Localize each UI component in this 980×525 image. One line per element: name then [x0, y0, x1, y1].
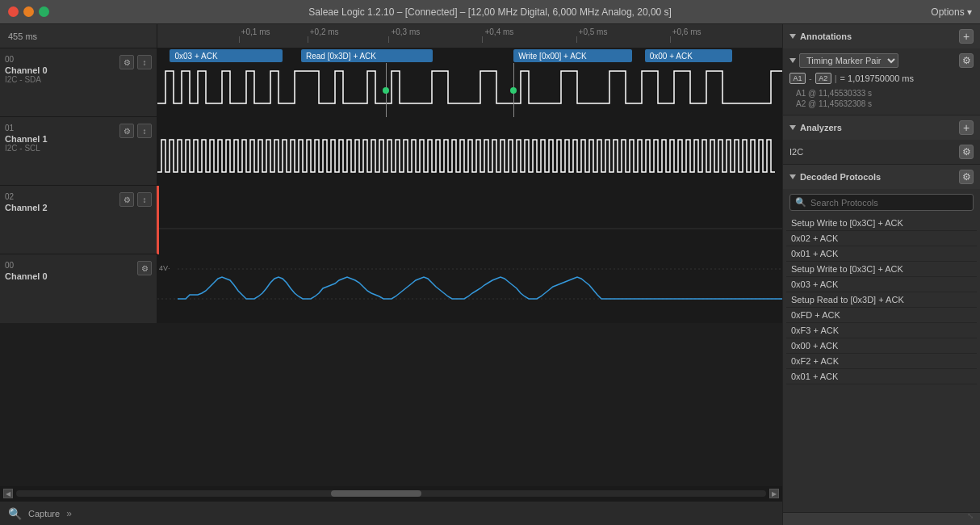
annotations-collapse-icon[interactable]: [789, 34, 796, 39]
protocol-item-4[interactable]: 0x03 + ACK: [786, 277, 977, 292]
decoded-protocols-gear[interactable]: ⚙: [959, 170, 974, 184]
protocol-item-2[interactable]: 0x01 + ACK: [786, 246, 977, 262]
annotations-content: Timing Marker Pair ⚙ A1 - A2 | = 1,01975…: [783, 48, 980, 115]
protocol-item-5[interactable]: Setup Read to [0x3D] + ACK: [786, 292, 977, 308]
annotations-header: Annotations +: [783, 24, 980, 48]
timing-pair-collapse[interactable]: [789, 58, 796, 63]
timing-sep: -: [809, 74, 812, 83]
timing-pair-select[interactable]: Timing Marker Pair: [799, 53, 898, 68]
channel-gear-0[interactable]: ⚙: [119, 55, 134, 69]
channel-name-2: Channel 2: [5, 203, 48, 212]
channel-num-0: 00: [5, 55, 48, 64]
channel-gear-1[interactable]: ⚙: [119, 124, 134, 138]
decoded-protocols-header: Decoded Protocols ⚙: [783, 165, 980, 189]
marker-a1-badge: A1: [789, 73, 806, 84]
protocol-item-1[interactable]: 0x02 + ACK: [786, 231, 977, 246]
annotations-add-button[interactable]: +: [959, 29, 974, 44]
channel-expand-1[interactable]: ↕: [137, 124, 152, 138]
capture-arrow: »: [66, 508, 72, 519]
tick-label-6: +0,6 ms: [670, 24, 701, 36]
protocol-list[interactable]: Setup Write to [0x3C] + ACK 0x02 + ACK 0…: [783, 216, 980, 512]
horizontal-scrollbar[interactable]: ◀ ▶: [0, 486, 782, 501]
proto-bar-1: [157, 117, 782, 132]
channel-expand-2[interactable]: ↕: [137, 192, 152, 207]
channel-num-1: 01: [5, 124, 48, 132]
annotations-title: Annotations: [800, 32, 852, 41]
protocol-item-6[interactable]: 0xFD + ACK: [786, 308, 977, 323]
channel-name-1: Channel 1: [5, 134, 48, 144]
channel-info-2: 02 Channel 2: [5, 192, 48, 212]
titlebar: Saleae Logic 1.2.10 – [Connected] – [12,…: [0, 0, 980, 24]
decoded-protocols-collapse-icon[interactable]: [789, 174, 796, 179]
channel-waveform-1[interactable]: [157, 117, 782, 186]
waveform-sda: [157, 63, 782, 117]
timing-pair-row: Timing Marker Pair ⚙: [789, 53, 974, 68]
analyzer-row-i2c: I2C ⚙: [783, 140, 980, 164]
tick-5: +0,5 ms: [576, 24, 608, 43]
channel-expand-0[interactable]: ↕: [137, 55, 152, 69]
red-cursor: [157, 200, 159, 254]
protocol-item-0[interactable]: Setup Write to [0x3C] + ACK: [786, 216, 977, 231]
close-button[interactable]: [8, 6, 19, 17]
channel-waveform-0[interactable]: 0x03 + ACK Read [0x3D] + ACK Write [0x00…: [157, 48, 782, 117]
channels-area[interactable]: 00 Channel 0 I2C - SDA ⚙ ↕ 0x03 + ACK Re…: [0, 48, 782, 486]
tick-6: +0,6 ms: [670, 24, 701, 43]
tick-label-2: +0,2 ms: [308, 24, 339, 36]
channel-icons-1: ⚙ ↕: [119, 124, 152, 138]
channel-name-3: Channel 0: [5, 271, 48, 281]
tick-label-5: +0,5 ms: [576, 24, 608, 36]
ruler-ticks: +0,1 ms +0,2 ms +0,3 ms +0,4 ms +0,5 ms …: [157, 24, 782, 48]
channel-icons-2: ⚙ ↕: [119, 192, 152, 207]
protocol-item-3[interactable]: Setup Write to [0x3C] + ACK: [786, 262, 977, 277]
window-title: Saleae Logic 1.2.10 – [Connected] – [12,…: [49, 6, 931, 18]
scrollbar-thumb[interactable]: [331, 490, 421, 497]
time-current: 455 ms: [0, 24, 157, 48]
proto-label-0-0[interactable]: 0x03 + ACK: [170, 49, 282, 62]
timing-a2-detail: A2 @ 11,45632308 s: [789, 99, 974, 108]
capture-icon: 🔍: [8, 507, 22, 520]
proto-bar-2: [157, 186, 782, 200]
waveform-ch2: [157, 200, 782, 254]
protocol-item-10[interactable]: 0x01 + ACK: [786, 369, 977, 384]
minimize-button[interactable]: [23, 6, 34, 17]
scl-waveform-svg: [157, 132, 782, 186]
window-controls: [8, 6, 49, 17]
maximize-button[interactable]: [39, 6, 49, 17]
resize-icon: ⤡: [967, 511, 974, 520]
timing-diff-row: A1 - A2 | = 1,019750000 ms: [789, 73, 974, 84]
protocol-item-8[interactable]: 0x00 + ACK: [786, 338, 977, 354]
channel-waveform-2[interactable]: [157, 186, 782, 254]
protocol-item-9[interactable]: 0xF2 + ACK: [786, 354, 977, 369]
channel-gear-2[interactable]: ⚙: [119, 192, 134, 207]
proto-label-0-3[interactable]: 0x00 + ACK: [645, 49, 732, 62]
channel-name-0: Channel 0: [5, 65, 48, 75]
scroll-left[interactable]: ◀: [3, 489, 13, 498]
search-input[interactable]: [810, 198, 968, 208]
analyzer-gear-i2c[interactable]: ⚙: [959, 145, 974, 159]
capture-bar: 🔍 Capture »: [0, 501, 782, 525]
analyzers-add-button[interactable]: +: [959, 120, 974, 135]
analyzer-name-i2c: I2C: [789, 147, 803, 157]
resize-handle[interactable]: ⤡: [782, 510, 977, 522]
protocol-item-7[interactable]: 0xF3 + ACK: [786, 323, 977, 338]
timing-pair-gear[interactable]: ⚙: [959, 53, 974, 68]
channel-label-1: 01 Channel 1 I2C - SCL ⚙ ↕: [0, 117, 157, 185]
channel-waveform-3[interactable]: 4V·: [157, 254, 782, 323]
proto-label-0-2[interactable]: Write [0x00] + ACK: [513, 49, 632, 62]
analyzers-collapse-icon[interactable]: [789, 125, 796, 130]
marker-a1-dot: [383, 87, 389, 94]
channel-gear-3[interactable]: ⚙: [137, 261, 152, 275]
annotations-section: Annotations + Timing Marker Pair ⚙ A1 -: [783, 24, 980, 116]
tick-4: +0,4 ms: [482, 24, 513, 43]
proto-label-0-1[interactable]: Read [0x3D] + ACK: [301, 49, 433, 62]
proto-bar-0: 0x03 + ACK Read [0x3D] + ACK Write [0x00…: [157, 48, 782, 63]
channel-info-3: 00 Channel 0: [5, 261, 48, 281]
svg-text:4V·: 4V·: [159, 264, 170, 272]
scrollbar-track[interactable]: [16, 490, 766, 497]
options-button[interactable]: Options ▾: [931, 6, 972, 18]
search-icon: 🔍: [795, 197, 806, 208]
search-box[interactable]: 🔍: [789, 194, 974, 211]
tick-2: +0,2 ms: [308, 24, 339, 43]
time-ruler: 455 ms +0,1 ms +0,2 ms +0,3 ms +0,4 ms +…: [0, 24, 782, 48]
scroll-right[interactable]: ▶: [769, 489, 779, 498]
